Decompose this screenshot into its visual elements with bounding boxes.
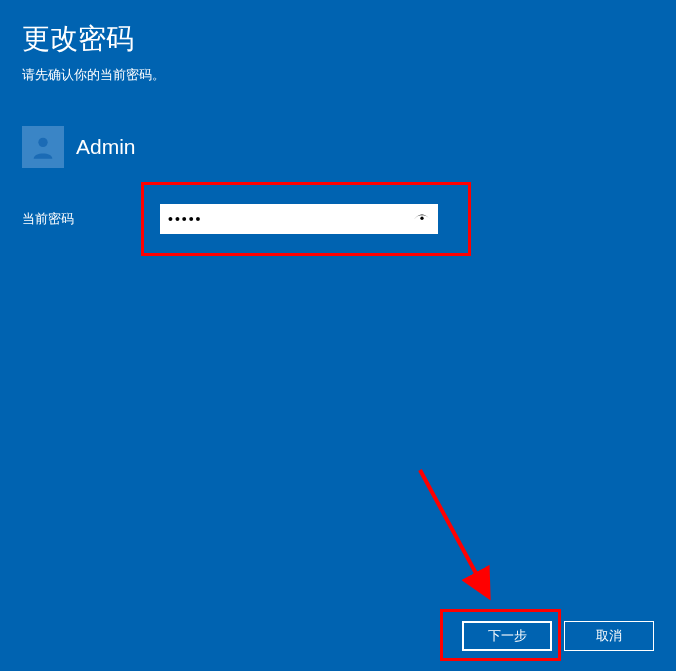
avatar bbox=[22, 126, 64, 168]
current-password-input[interactable] bbox=[160, 204, 406, 234]
cancel-button[interactable]: 取消 bbox=[564, 621, 654, 651]
svg-line-3 bbox=[420, 470, 485, 590]
annotation-arrow-icon bbox=[410, 460, 530, 610]
current-password-row: 当前密码 bbox=[0, 182, 676, 234]
reveal-password-icon[interactable] bbox=[412, 209, 432, 229]
page-subtitle: 请先确认你的当前密码。 bbox=[0, 58, 676, 84]
next-button[interactable]: 下一步 bbox=[462, 621, 552, 651]
current-password-label: 当前密码 bbox=[0, 210, 150, 228]
svg-point-0 bbox=[38, 138, 47, 147]
user-icon bbox=[29, 133, 57, 161]
page-title: 更改密码 bbox=[0, 0, 676, 58]
dialog-buttons: 下一步 取消 bbox=[462, 621, 654, 651]
current-password-input-wrap[interactable] bbox=[160, 204, 438, 234]
username-label: Admin bbox=[76, 135, 136, 159]
svg-point-1 bbox=[420, 217, 423, 220]
user-row: Admin bbox=[22, 126, 676, 168]
